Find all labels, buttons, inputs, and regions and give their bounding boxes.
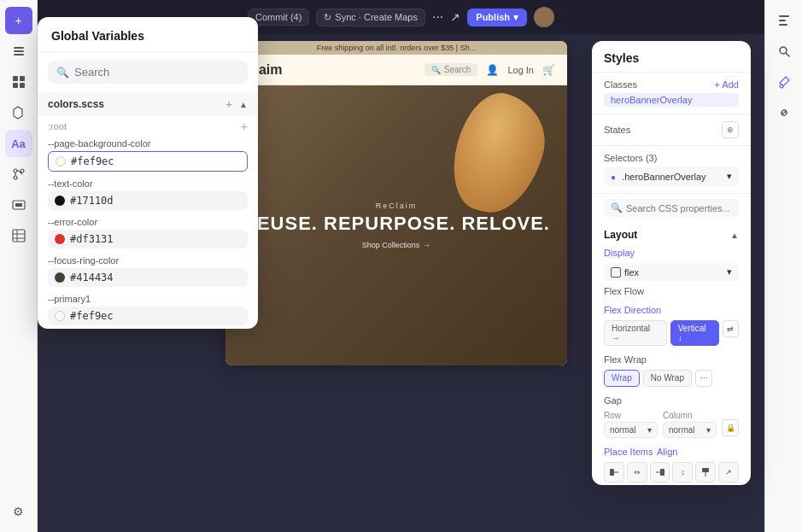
class-tag[interactable]: heroBannerOverlay [604, 93, 739, 107]
git-tool[interactable] [5, 161, 32, 188]
align-center-v-button[interactable] [695, 462, 716, 482]
state-icon-button[interactable]: ⊕ [722, 121, 739, 138]
share-icon[interactable]: ↗ [450, 10, 460, 24]
var-value-row-primary1[interactable]: #fef9ec [48, 307, 248, 325]
var-item-text-color: --text-color #17110d [38, 175, 258, 213]
avatar [534, 7, 554, 27]
sync-button[interactable]: ↻ Sync · Create Maps [316, 9, 425, 26]
wrap-button[interactable]: Wrap [604, 370, 640, 387]
gap-section: Gap Row normal ▾ Column normal ▾ 🔒 [604, 392, 739, 438]
display-row: Display [604, 248, 739, 258]
var-value-row-error-color[interactable]: #df3131 [48, 230, 248, 248]
panel-header: Global Variables [38, 17, 258, 52]
flex-horizontal-button[interactable]: Horizontal → [604, 320, 667, 346]
global-vars-panel: Global Variables 🔍 colors.scss + ▲ :root… [38, 17, 258, 329]
var-value-row-page-bg[interactable]: #fef9ec [48, 151, 248, 172]
css-search-icon: 🔍 [611, 202, 623, 213]
gap-col-group: Column normal ▾ [663, 411, 717, 438]
brush-tool[interactable] [770, 68, 798, 96]
classes-section: Classes + Add heroBannerOverlay [592, 73, 751, 114]
display-dropdown[interactable]: flex ▾ [604, 263, 739, 281]
color-swatch-text-color[interactable] [55, 196, 65, 206]
root-add-button[interactable]: + [241, 120, 248, 133]
typography-tool[interactable]: Aa [5, 130, 32, 157]
search-input[interactable] [74, 66, 239, 79]
var-name-focus-color: --focus-ring-color [48, 255, 248, 266]
colors-section-header[interactable]: colors.scss + ▲ [38, 92, 258, 116]
css-search-input[interactable] [626, 203, 732, 213]
align-top-button[interactable]: ↕ [672, 462, 693, 482]
svg-point-8 [20, 169, 24, 172]
assets-tool[interactable] [5, 99, 32, 126]
flex-direction-label: Flex Direction [604, 305, 661, 315]
search-icon: 🔍 [56, 67, 69, 79]
selectors-row: Selectors (3) [604, 153, 739, 163]
var-value-text-focus-color: #414434 [70, 272, 114, 284]
place-items-section: Place Items Align ⇔ ↕ [604, 443, 739, 482]
var-item-error-color: --error-color #df3131 [38, 213, 258, 252]
chevron-down-icon: ▾ [513, 12, 518, 23]
more-options[interactable]: ··· [432, 9, 443, 25]
style-panel-tool[interactable] [770, 7, 798, 34]
color-swatch-page-bg[interactable] [56, 156, 66, 167]
gap-lock-button[interactable]: 🔒 [722, 419, 739, 436]
add-class-button[interactable]: + Add [715, 79, 739, 90]
preview-hero: ReClaim REUSE. REPURPOSE. RELOVE. Shop C… [225, 85, 567, 365]
preview-hero-cta: Shop Collections → [243, 241, 550, 249]
preview-nav: eClaim 🔍 Search 👤 Log In 🛒 [225, 55, 567, 85]
var-value-text-page-bg: #fef9ec [71, 155, 114, 167]
var-name-primary1: --primary1 [48, 294, 248, 304]
add-tool[interactable]: + [5, 7, 32, 34]
svg-rect-2 [14, 54, 24, 56]
flex-reverse-button[interactable]: ⇄ [723, 320, 739, 337]
search-bar[interactable]: 🔍 [48, 61, 248, 84]
flex-vertical-button[interactable]: Vertical ↓ [670, 320, 719, 346]
var-value-row-focus-color[interactable]: #414434 [48, 268, 248, 287]
css-search-bar[interactable]: 🔍 [604, 199, 739, 217]
table-tool[interactable] [5, 222, 32, 249]
preview-search-bar: 🔍 Search [424, 63, 478, 76]
css-search-container: 🔍 [592, 194, 751, 222]
gap-col-label: Column [663, 411, 717, 420]
selector-dropdown[interactable]: ● .heroBannerOverlay ▾ [604, 167, 739, 186]
layers-tool[interactable] [5, 38, 32, 65]
var-name-error-color: --error-color [48, 217, 248, 227]
gap-row-select[interactable]: normal ▾ [604, 422, 658, 438]
color-swatch-primary1[interactable] [55, 311, 65, 321]
publish-button[interactable]: Publish ▾ [467, 9, 527, 26]
var-value-text-primary1: #fef9ec [70, 310, 114, 322]
layout-collapse-button[interactable]: ▲ [730, 231, 739, 240]
section-chevron-icon: ▲ [239, 100, 248, 109]
color-swatch-focus-color[interactable] [55, 272, 65, 283]
align-center-h-button[interactable]: ⇔ [627, 462, 647, 482]
website-preview: Free shipping on all intl. orders over $… [225, 41, 567, 365]
var-item-page-bg: --page-background-color #fef9ec [38, 135, 258, 175]
preview-tool[interactable] [5, 191, 32, 219]
no-wrap-button[interactable]: No Wrap [643, 370, 692, 387]
gap-row-label: Row [604, 411, 658, 420]
flex-flow-label: Flex Flow [604, 286, 644, 296]
svg-rect-22 [779, 15, 789, 17]
wrap-options-button[interactable]: ⋯ [695, 370, 712, 387]
flex-wrap-section: Flex Wrap Wrap No Wrap ⋯ [604, 351, 739, 387]
align-left-button[interactable] [604, 462, 624, 482]
flex-wrap-buttons: Wrap No Wrap ⋯ [604, 370, 739, 387]
link-tool[interactable] [770, 99, 798, 126]
settings-tool[interactable]: ⚙ [5, 498, 32, 525]
var-value-row-text-color[interactable]: #17110d [48, 191, 248, 210]
svg-rect-6 [20, 83, 25, 88]
color-swatch-error-color[interactable] [55, 234, 65, 244]
svg-point-9 [14, 176, 17, 179]
gap-col-select[interactable]: normal ▾ [663, 422, 717, 438]
svg-rect-5 [13, 83, 18, 88]
search-props-tool[interactable] [770, 38, 798, 65]
align-bottom-button[interactable]: ↗ [718, 462, 739, 482]
display-label: Display [604, 248, 635, 258]
align-right-button[interactable] [650, 462, 670, 482]
preview-hero-subtitle: ReClaim [243, 202, 550, 210]
section-add-button[interactable]: + [225, 97, 232, 111]
align-buttons: ⇔ ↕ ↗ [604, 462, 739, 482]
preview-search-icon: 🔍 [431, 66, 441, 74]
components-tool[interactable] [5, 68, 32, 96]
var-item-focus-color: --focus-ring-color #414434 [38, 252, 258, 290]
